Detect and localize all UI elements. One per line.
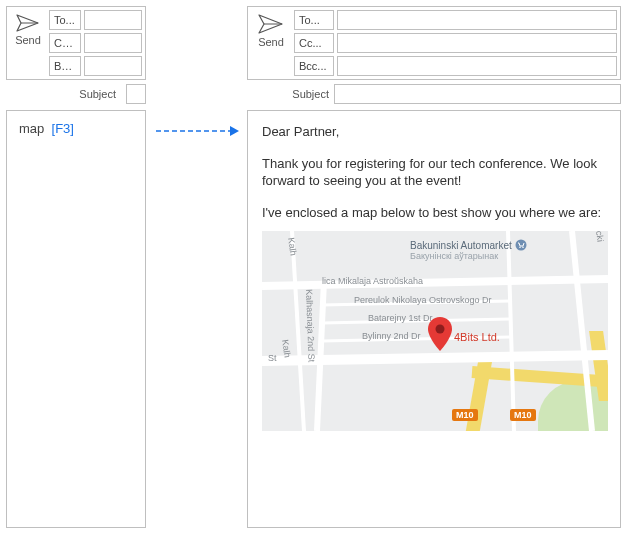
svg-point-5 [522, 247, 524, 249]
svg-point-4 [519, 247, 521, 249]
bcc-input[interactable] [337, 56, 617, 76]
bcc-button[interactable]: Bcc... [294, 56, 334, 76]
road-label: lica Mikalaja Astroŭskaha [322, 276, 423, 286]
embedded-map: Kalh Kalhasnaja 2nd St Kalh lica Mikalaj… [262, 231, 608, 431]
snippet-hotkey: [F3] [52, 121, 74, 136]
subject-row: Subject [247, 84, 621, 104]
to-input[interactable] [84, 10, 142, 30]
recipient-fields: To... Cc... Bcc... [49, 10, 142, 76]
paragraph-2: I've enclosed a map below to best show y… [262, 204, 606, 222]
paragraph-1: Thank you for registering for our tech c… [262, 155, 606, 190]
expand-arrow [156, 124, 240, 138]
road-label: Bylinny 2nd Dr [362, 331, 421, 341]
send-label: Send [258, 36, 284, 48]
svg-point-3 [515, 240, 526, 251]
map-pin-label: 4Bits Ltd. [454, 331, 500, 343]
map-pin-icon [428, 317, 452, 351]
map-poi: Bakuninski Automarket Бакунінскі аўтарын… [410, 239, 527, 261]
svg-point-6 [436, 325, 445, 334]
compose-header: Send To... Cc... Bcc... [247, 6, 621, 80]
send-label: Send [15, 34, 41, 46]
road-label: St [268, 353, 277, 363]
compose-header: Send To... Cc... Bcc... [6, 6, 146, 80]
compose-pane-after: Send To... Cc... Bcc... Subject Dear Par… [247, 6, 621, 528]
send-button[interactable]: Send [10, 10, 46, 52]
cc-input[interactable] [84, 33, 142, 53]
subject-row: Subject [6, 84, 146, 104]
to-button[interactable]: To... [294, 10, 334, 30]
send-icon [258, 14, 284, 34]
message-body[interactable]: map [F3] [6, 110, 146, 528]
subject-label: Subject [46, 88, 118, 100]
greeting: Dear Partner, [262, 123, 606, 141]
cc-button[interactable]: Cc... [49, 33, 81, 53]
bcc-button[interactable]: Bcc... [49, 56, 81, 76]
to-button[interactable]: To... [49, 10, 81, 30]
road-label: Batarejny 1st Dr [368, 313, 433, 323]
cc-input[interactable] [337, 33, 617, 53]
bcc-input[interactable] [84, 56, 142, 76]
message-body[interactable]: Dear Partner, Thank you for registering … [247, 110, 621, 528]
subject-input[interactable] [334, 84, 621, 104]
subject-input[interactable] [126, 84, 146, 104]
recipient-fields: To... Cc... Bcc... [294, 10, 617, 76]
send-button[interactable]: Send [251, 10, 291, 54]
to-input[interactable] [337, 10, 617, 30]
highway-badge: M10 [452, 409, 478, 421]
send-icon [16, 14, 40, 32]
road-label: Pereulok Nikolaya Ostrovskogo Dr [354, 295, 492, 305]
subject-label: Subject [291, 88, 331, 100]
compose-pane-before: Send To... Cc... Bcc... Subject map [F3] [6, 6, 146, 528]
cart-icon [515, 239, 527, 251]
cc-button[interactable]: Cc... [294, 33, 334, 53]
snippet-text: map [19, 121, 44, 136]
highway-badge: M10 [510, 409, 536, 421]
